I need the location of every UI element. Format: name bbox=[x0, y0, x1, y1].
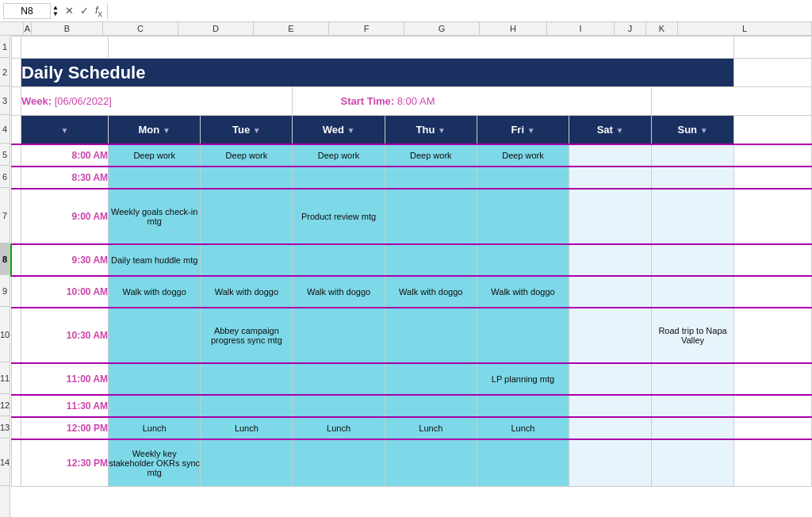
col-header-i[interactable]: I bbox=[547, 22, 615, 35]
col-header-f[interactable]: F bbox=[329, 22, 404, 35]
col-header-b[interactable]: B bbox=[32, 22, 103, 35]
grid: 1 2 3 4 5 6 7 8 9 10 11 12 13 14 bbox=[0, 36, 812, 517]
cell-10f bbox=[385, 308, 477, 363]
cell-12i bbox=[652, 395, 734, 417]
header-sat[interactable]: Sat ▼ bbox=[569, 116, 652, 144]
event-deepwork-tue: Deep work bbox=[226, 151, 268, 160]
cell-11d bbox=[201, 363, 293, 395]
row-num-9[interactable]: 9 bbox=[0, 275, 10, 307]
day-tue-label: Tue bbox=[232, 124, 250, 136]
wed-dropdown[interactable]: ▼ bbox=[347, 126, 355, 135]
tue-dropdown[interactable]: ▼ bbox=[253, 126, 261, 135]
cell-12g bbox=[477, 395, 569, 417]
time-dropdown[interactable]: ▼ bbox=[61, 126, 69, 135]
event-lp-planning: LP planning mtg bbox=[492, 374, 554, 384]
sat-dropdown[interactable]: ▼ bbox=[616, 126, 624, 135]
col-header-d[interactable]: D bbox=[178, 22, 254, 35]
cell-8c[interactable]: Daily team huddle mtg bbox=[109, 244, 201, 276]
row-num-11[interactable]: 11 bbox=[0, 362, 10, 394]
row-num-3[interactable]: 3 bbox=[0, 86, 10, 115]
table-row-2: Daily Schedule bbox=[11, 59, 811, 87]
header-thu[interactable]: Thu ▼ bbox=[385, 116, 477, 144]
cell-ref[interactable]: N8 bbox=[3, 3, 51, 19]
cell-2a bbox=[11, 59, 21, 87]
cell-14c[interactable]: Weekly key stakeholder OKRs sync mtg bbox=[109, 439, 201, 487]
cell-9c[interactable]: Walk with doggo bbox=[109, 276, 201, 308]
cell-5c[interactable]: Deep work bbox=[109, 144, 201, 167]
event-daily-team: Daily team huddle mtg bbox=[111, 255, 197, 265]
cell-13a bbox=[11, 417, 21, 439]
cancel-icon[interactable]: ✕ bbox=[63, 5, 75, 17]
col-header-k[interactable]: K bbox=[646, 22, 678, 35]
cell-12d bbox=[201, 395, 293, 417]
cell-9f[interactable]: Walk with doggo bbox=[385, 276, 477, 308]
row-num-4[interactable]: 4 bbox=[0, 115, 10, 144]
cell-13g[interactable]: Lunch bbox=[477, 417, 569, 439]
cell-13h bbox=[569, 417, 652, 439]
col-header-h[interactable]: H bbox=[480, 22, 547, 35]
cell-7f bbox=[385, 189, 477, 244]
header-sun[interactable]: Sun ▼ bbox=[652, 116, 734, 144]
cell-9e[interactable]: Walk with doggo bbox=[293, 276, 385, 308]
cell-13c[interactable]: Lunch bbox=[109, 417, 201, 439]
fri-dropdown[interactable]: ▼ bbox=[527, 126, 535, 135]
header-wed[interactable]: Wed ▼ bbox=[293, 116, 385, 144]
cell-7e[interactable]: Product review mtg bbox=[293, 189, 385, 244]
sun-dropdown[interactable]: ▼ bbox=[700, 126, 708, 135]
cell-9g[interactable]: Walk with doggo bbox=[477, 276, 569, 308]
event-lunch-fri: Lunch bbox=[511, 423, 534, 433]
row-num-6[interactable]: 6 bbox=[0, 166, 10, 188]
col-header-a[interactable]: A bbox=[24, 22, 32, 35]
header-mon[interactable]: Mon ▼ bbox=[109, 116, 201, 144]
col-header-g[interactable]: G bbox=[404, 22, 480, 35]
row-num-12[interactable]: 12 bbox=[0, 394, 10, 416]
cell-14a bbox=[11, 439, 21, 487]
row-num-14[interactable]: 14 bbox=[0, 438, 10, 486]
cell-7j bbox=[734, 189, 812, 244]
cell-13d[interactable]: Lunch bbox=[201, 417, 293, 439]
col-header-e[interactable]: E bbox=[254, 22, 329, 35]
row-num-8[interactable]: 8 bbox=[0, 243, 10, 275]
event-walk-thu: Walk with doggo bbox=[399, 287, 462, 297]
cell-6h bbox=[569, 167, 652, 189]
cell-3b: Week: [06/06/2022] bbox=[21, 87, 293, 116]
thu-dropdown[interactable]: ▼ bbox=[438, 126, 446, 135]
cell-10d[interactable]: Abbey campaign progress sync mtg bbox=[201, 308, 293, 363]
cell-7c[interactable]: Weekly goals check-in mtg bbox=[109, 189, 201, 244]
cell-10i[interactable]: Road trip to Napa Valley bbox=[652, 308, 734, 363]
header-tue[interactable]: Tue ▼ bbox=[201, 116, 293, 144]
cell-5d[interactable]: Deep work bbox=[201, 144, 293, 167]
cell-5e[interactable]: Deep work bbox=[293, 144, 385, 167]
cell-13e[interactable]: Lunch bbox=[293, 417, 385, 439]
col-header-j[interactable]: J bbox=[615, 22, 646, 35]
day-wed-label: Wed bbox=[323, 124, 344, 136]
col-header-c[interactable]: C bbox=[103, 22, 178, 35]
header-fri[interactable]: Fri ▼ bbox=[477, 116, 569, 144]
row-num-7[interactable]: 7 bbox=[0, 188, 10, 243]
header-time[interactable]: ▼ bbox=[21, 116, 108, 144]
cell-ref-value: N8 bbox=[21, 6, 33, 17]
cell-13j bbox=[734, 417, 812, 439]
row-num-13[interactable]: 13 bbox=[0, 416, 10, 438]
cell-11g[interactable]: LP planning mtg bbox=[477, 363, 569, 395]
event-abbey: Abbey campaign progress sync mtg bbox=[211, 326, 282, 345]
row-num-10[interactable]: 10 bbox=[0, 307, 10, 362]
cell-5a bbox=[11, 144, 21, 167]
fx-icon[interactable]: fx bbox=[94, 4, 104, 18]
cell-6j bbox=[734, 167, 812, 189]
cell-9d[interactable]: Walk with doggo bbox=[201, 276, 293, 308]
cell-5g[interactable]: Deep work bbox=[477, 144, 569, 167]
cell-5f[interactable]: Deep work bbox=[385, 144, 477, 167]
cell-6g bbox=[477, 167, 569, 189]
col-header-l[interactable]: L bbox=[678, 22, 812, 35]
mon-dropdown[interactable]: ▼ bbox=[163, 126, 170, 135]
confirm-icon[interactable]: ✓ bbox=[79, 5, 90, 17]
row-num-5[interactable]: 5 bbox=[0, 144, 10, 166]
cell-13f[interactable]: Lunch bbox=[385, 417, 477, 439]
row-num-1[interactable]: 1 bbox=[0, 36, 10, 58]
cell-11i bbox=[652, 363, 734, 395]
event-walk-tue: Walk with doggo bbox=[215, 287, 278, 297]
cell-6c bbox=[109, 167, 201, 189]
row-num-2[interactable]: 2 bbox=[0, 58, 10, 86]
cell-1b bbox=[21, 36, 108, 59]
